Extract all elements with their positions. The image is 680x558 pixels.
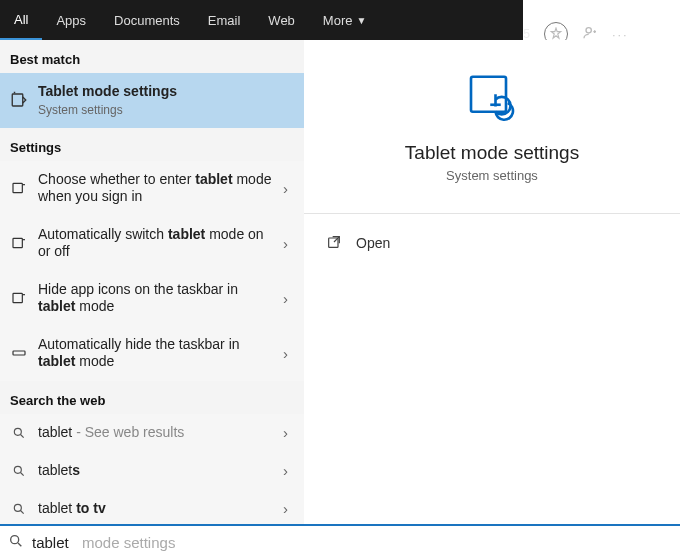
settings-item[interactable]: Automatically hide the taskbar in tablet… [0,326,304,381]
tablet-icon [10,179,28,197]
tab-all[interactable]: All [0,0,42,40]
web-suggestion[interactable]: tablet - See web results › [0,414,304,452]
search-icon [10,500,28,518]
svg-rect-11 [471,77,506,112]
search-icon [10,462,28,480]
tablet-icon [10,289,28,307]
web-suggestion-label: tablet to tv [38,500,273,518]
search-input[interactable] [32,534,82,551]
results-panel: Best match Tablet mode settings System s… [0,40,304,524]
settings-item[interactable]: Hide app icons on the taskbar in tablet … [0,271,304,326]
chevron-down-icon: ▼ [356,15,366,26]
svg-point-7 [14,466,21,473]
best-match-item[interactable]: Tablet mode settings System settings [0,73,304,128]
svg-point-8 [14,504,21,511]
svg-point-13 [11,535,19,543]
search-filter-tabs: All Apps Documents Email Web More▼ 5 ··· [0,0,680,40]
web-suggestion-label: tablet - See web results [38,424,273,442]
tab-email[interactable]: Email [194,0,255,40]
reward-count: 5 [523,27,530,41]
open-icon [326,234,342,253]
web-suggestion[interactable]: tablet to tv › [0,490,304,525]
svg-rect-3 [13,238,22,247]
settings-item-label: Automatically hide the taskbar in tablet… [38,336,273,371]
tab-apps[interactable]: Apps [42,0,100,40]
search-icon [8,533,26,552]
detail-title: Tablet mode settings [304,142,680,164]
open-action[interactable]: Open [304,228,680,258]
tablet-settings-icon [10,91,28,109]
web-suggestion-label: tablets [38,462,273,480]
search-ghost-suggestion: mode settings [82,534,175,551]
svg-rect-4 [13,293,22,302]
search-box[interactable]: mode settings [0,524,680,558]
section-settings: Settings [0,128,304,161]
detail-subtitle: System settings [304,168,680,183]
tab-web[interactable]: Web [254,0,309,40]
svg-rect-2 [13,183,22,192]
chevron-right-icon: › [283,235,294,252]
open-label: Open [356,235,390,251]
svg-point-6 [14,428,21,435]
best-match-title: Tablet mode settings [38,83,294,101]
search-icon [10,424,28,442]
web-suggestion[interactable]: tablets › [0,452,304,490]
tablet-icon [10,234,28,252]
taskbar-icon [10,344,28,362]
settings-item-label: Hide app icons on the taskbar in tablet … [38,281,273,316]
divider [304,213,680,214]
tablet-mode-icon [464,68,520,124]
chevron-right-icon: › [283,290,294,307]
section-web: Search the web [0,381,304,414]
svg-rect-5 [13,351,25,355]
detail-panel: Tablet mode settings System settings Ope… [304,40,680,524]
chevron-right-icon: › [283,424,294,441]
svg-point-0 [586,27,591,32]
section-best-match: Best match [0,40,304,73]
best-match-subtitle: System settings [38,103,294,118]
svg-rect-1 [12,94,23,106]
settings-item-label: Automatically switch tablet mode on or o… [38,226,273,261]
settings-item[interactable]: Choose whether to enter tablet mode when… [0,161,304,216]
chevron-right-icon: › [283,500,294,517]
chevron-right-icon: › [283,462,294,479]
chevron-right-icon: › [283,180,294,197]
tab-documents[interactable]: Documents [100,0,194,40]
settings-item-label: Choose whether to enter tablet mode when… [38,171,273,206]
tab-more[interactable]: More▼ [309,0,381,40]
settings-item[interactable]: Automatically switch tablet mode on or o… [0,216,304,271]
chevron-right-icon: › [283,345,294,362]
